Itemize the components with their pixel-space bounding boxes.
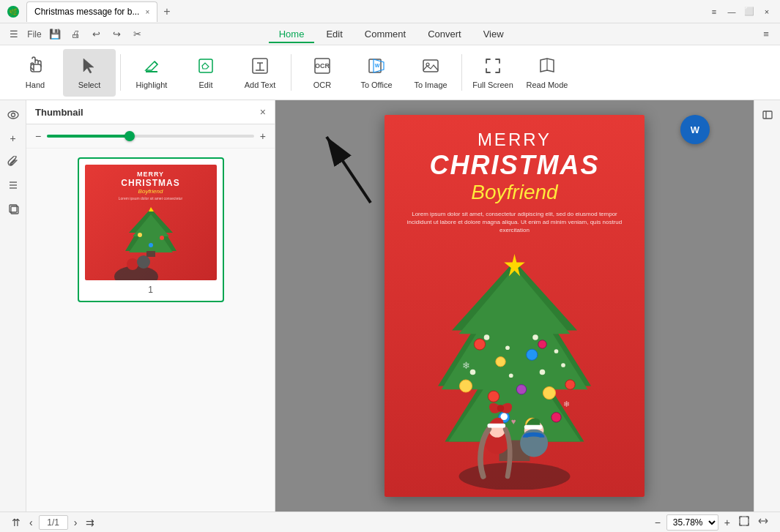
attachment-icon[interactable] xyxy=(3,151,23,172)
pdf-lorem-text: Lorem ipsum dolor sit amet, consectetur … xyxy=(396,204,633,241)
svg-point-26 xyxy=(138,233,142,237)
undo-icon[interactable]: ↩ xyxy=(88,26,104,42)
separator-1 xyxy=(120,54,121,91)
hamburger-icon[interactable]: ≡ xyxy=(707,4,721,19)
svg-marker-29 xyxy=(149,207,154,211)
canvas-area[interactable]: W MERRY CHRISTMAS Boyfriend Lorem ipsum … xyxy=(275,100,754,512)
edit-tool-button[interactable]: Edit xyxy=(179,49,232,97)
svg-point-42 xyxy=(538,340,546,348)
svg-point-51 xyxy=(484,334,490,340)
svg-point-52 xyxy=(505,345,510,350)
layers-icon[interactable] xyxy=(3,198,23,219)
zoom-control: − + xyxy=(26,124,275,149)
new-tab-button[interactable]: + xyxy=(163,5,170,18)
current-page-display[interactable]: 1/1 xyxy=(39,515,68,530)
pdf-page: MERRY CHRISTMAS Boyfriend Lorem ipsum do… xyxy=(385,115,645,497)
eye-icon[interactable] xyxy=(3,105,23,125)
to-image-label: To Image xyxy=(414,80,447,90)
word-icon-bubble[interactable]: W xyxy=(680,115,710,144)
svg-point-28 xyxy=(149,243,153,247)
read-mode-icon xyxy=(535,54,559,78)
file-menu-item[interactable]: File xyxy=(26,26,42,42)
panel-collapse-icon[interactable] xyxy=(757,105,778,125)
tab-convert[interactable]: Convert xyxy=(417,26,472,42)
svg-point-45 xyxy=(516,384,526,394)
highlight-tool-button[interactable]: Highlight xyxy=(125,49,178,97)
nav-first-button[interactable]: ⇈ xyxy=(9,515,23,530)
svg-text:🌿: 🌿 xyxy=(9,7,18,17)
redo-icon[interactable]: ↪ xyxy=(108,26,125,42)
svg-rect-74 xyxy=(740,517,749,525)
collapse-ribbon-icon[interactable]: ≡ xyxy=(758,26,774,42)
nav-controls: ⇈ ‹ 1/1 › ⇉ xyxy=(9,515,97,530)
zoom-slider[interactable] xyxy=(47,135,254,138)
page-number: 1 xyxy=(148,285,153,295)
select-tool-button[interactable]: Select xyxy=(63,49,116,97)
pdf-tree-area: ❄ ❄ ❄ xyxy=(396,241,633,490)
to-image-icon xyxy=(419,54,442,78)
hamburger-menu-icon[interactable]: ☰ xyxy=(6,26,22,42)
tab-edit[interactable]: Edit xyxy=(316,26,352,42)
ocr-button[interactable]: OCR OCR xyxy=(296,49,349,97)
maximize-button[interactable]: ⬜ xyxy=(742,4,757,19)
zoom-out-button[interactable]: − xyxy=(652,515,664,530)
select-icon xyxy=(78,54,101,78)
nav-prev-button[interactable]: ‹ xyxy=(26,515,36,530)
svg-text:OCR: OCR xyxy=(315,62,330,70)
left-sidebar: + xyxy=(0,100,26,512)
close-button[interactable]: × xyxy=(759,4,774,19)
svg-point-47 xyxy=(565,380,575,389)
zoom-slider-thumb[interactable] xyxy=(125,131,135,141)
zoom-in-thumb-button[interactable]: + xyxy=(260,130,266,142)
thumbnail-close-button[interactable]: × xyxy=(260,106,266,118)
active-tab[interactable]: Christmas message for b... × xyxy=(26,1,157,22)
toolbar-icons: ☰ File 💾 🖨 ↩ ↪ ✂ xyxy=(6,26,145,42)
svg-point-58 xyxy=(561,363,565,367)
svg-point-67 xyxy=(501,413,508,420)
add-text-button[interactable]: Add Text xyxy=(234,49,286,97)
menu-bar-right: ≡ xyxy=(758,26,774,42)
nav-next-button[interactable]: › xyxy=(71,515,81,530)
tab-comment[interactable]: Comment xyxy=(354,26,416,42)
svg-rect-13 xyxy=(423,60,438,72)
read-mode-button[interactable]: Read Mode xyxy=(521,49,573,97)
print-icon[interactable]: 🖨 xyxy=(67,26,83,42)
fit-page-button[interactable] xyxy=(736,514,752,530)
full-screen-button[interactable]: Full Screen xyxy=(467,49,519,97)
pdf-christmas-text: CHRISTMAS xyxy=(430,150,600,181)
list-icon[interactable] xyxy=(3,175,23,195)
share-icon[interactable]: ✂ xyxy=(129,26,145,42)
full-screen-label: Full Screen xyxy=(472,80,513,90)
save-icon[interactable]: 💾 xyxy=(47,26,63,42)
tab-view[interactable]: View xyxy=(473,26,514,42)
add-icon[interactable]: + xyxy=(3,128,23,149)
tab-home[interactable]: Home xyxy=(269,26,315,42)
tab-close-button[interactable]: × xyxy=(145,8,149,16)
add-text-icon xyxy=(248,54,272,78)
full-screen-icon xyxy=(481,54,505,78)
svg-point-57 xyxy=(540,369,546,375)
minimize-button[interactable]: — xyxy=(724,4,739,19)
ribbon-toolbar: Hand Select Highlight Edit Add Text OCR xyxy=(0,45,780,100)
add-text-label: Add Text xyxy=(245,80,276,90)
svg-rect-72 xyxy=(763,111,772,119)
nav-last-button[interactable]: ⇉ xyxy=(83,515,97,530)
svg-point-63 xyxy=(459,462,571,490)
fit-width-button[interactable] xyxy=(755,514,771,530)
read-mode-label: Read Mode xyxy=(527,80,568,90)
svg-point-31 xyxy=(127,258,138,270)
svg-rect-70 xyxy=(524,424,543,429)
pdf-merry-text: MERRY xyxy=(478,130,551,150)
arrow-annotation xyxy=(312,122,385,213)
svg-text:❄: ❄ xyxy=(462,359,470,370)
hand-tool-button[interactable]: Hand xyxy=(9,49,62,97)
zoom-in-button[interactable]: + xyxy=(721,515,733,530)
to-image-button[interactable]: To Image xyxy=(404,49,457,97)
edit-label: Edit xyxy=(199,80,213,90)
zoom-level-select[interactable]: 35.78% 50% 75% 100% 125% 150% xyxy=(666,514,718,531)
zoom-out-thumb-button[interactable]: − xyxy=(35,130,41,142)
list-item[interactable]: MERRY CHRISTMAS Boyfriend Lorem ipsum do… xyxy=(78,157,224,302)
to-office-button[interactable]: W To Office xyxy=(350,49,403,97)
zoom-slider-fill xyxy=(47,135,130,138)
menu-bar: ☰ File 💾 🖨 ↩ ↪ ✂ Home Edit Comment Conve… xyxy=(0,23,780,45)
